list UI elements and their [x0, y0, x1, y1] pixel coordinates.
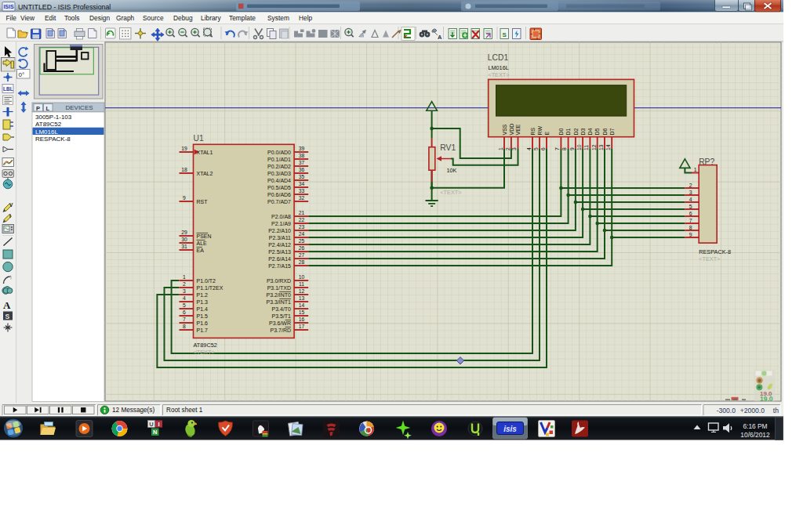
svg-text:P0.6/AD6: P0.6/AD6 — [267, 192, 291, 197]
svg-text:P3.4/T0: P3.4/T0 — [271, 306, 291, 312]
svg-text:13: 13 — [299, 295, 305, 301]
svg-text:P3.6/WR: P3.6/WR — [269, 320, 291, 326]
svg-text:D1: D1 — [565, 128, 571, 135]
svg-text:N: N — [153, 429, 157, 436]
svg-text:P2.4/A12: P2.4/A12 — [268, 242, 291, 248]
svg-text:5: 5 — [689, 204, 692, 209]
svg-text:RESPACK-8: RESPACK-8 — [35, 136, 71, 143]
svg-text:D4: D4 — [587, 128, 593, 135]
svg-text:32: 32 — [299, 195, 305, 201]
svg-text:Debug: Debug — [173, 14, 193, 22]
svg-text:31: 31 — [181, 244, 187, 249]
svg-text:25: 25 — [299, 238, 305, 244]
svg-text:19.0: 19.0 — [760, 395, 773, 403]
svg-text:<TEXT>: <TEXT> — [440, 189, 461, 196]
svg-text:P1.4: P1.4 — [197, 306, 209, 312]
svg-text:Design: Design — [89, 14, 110, 22]
svg-text:-300.0: -300.0 — [717, 407, 736, 414]
svg-text:23: 23 — [299, 224, 305, 230]
svg-text:8: 8 — [183, 324, 186, 329]
svg-text:P3.1/TXD: P3.1/TXD — [267, 285, 291, 291]
svg-text:P0.4/AD4: P0.4/AD4 — [267, 178, 291, 183]
svg-text:P: P — [36, 105, 40, 112]
svg-text:35: 35 — [299, 174, 305, 179]
svg-text:View: View — [20, 14, 35, 22]
svg-text:6:16 PM: 6:16 PM — [743, 422, 767, 430]
svg-text:5: 5 — [533, 147, 539, 150]
svg-text:E: E — [544, 132, 550, 136]
svg-text:30: 30 — [181, 237, 187, 242]
svg-text:12: 12 — [591, 144, 597, 150]
svg-text:17: 17 — [299, 324, 305, 329]
svg-text:RP?: RP? — [699, 157, 714, 166]
svg-text:DEVICES: DEVICES — [65, 104, 93, 111]
svg-text:3: 3 — [511, 147, 517, 150]
svg-text:1: 1 — [694, 167, 697, 172]
svg-text:38: 38 — [299, 153, 305, 158]
svg-text:19: 19 — [181, 146, 187, 151]
svg-text:Tools: Tools — [64, 14, 80, 22]
svg-text:RV1: RV1 — [440, 143, 456, 152]
svg-text:VSS: VSS — [502, 124, 507, 135]
svg-text:P0.1/AD1: P0.1/AD1 — [267, 157, 291, 162]
svg-text:7: 7 — [554, 147, 560, 150]
svg-text:P1.1/T2EX: P1.1/T2EX — [197, 285, 223, 291]
svg-text:P0.7/AD7: P0.7/AD7 — [267, 199, 291, 204]
svg-text:24: 24 — [299, 231, 305, 237]
svg-text:39: 39 — [299, 146, 305, 151]
svg-text:4: 4 — [689, 197, 692, 202]
svg-text:EA: EA — [197, 248, 205, 253]
svg-text:4: 4 — [526, 147, 532, 150]
svg-text:D6: D6 — [602, 128, 608, 135]
svg-text:Root sheet 1: Root sheet 1 — [166, 407, 203, 414]
svg-text:<TEXT>: <TEXT> — [488, 71, 509, 78]
svg-text:27: 27 — [299, 252, 305, 258]
svg-text:2: 2 — [505, 147, 511, 150]
svg-text:LBL: LBL — [3, 86, 13, 92]
svg-text:P1.2: P1.2 — [197, 292, 209, 298]
svg-text:10: 10 — [299, 274, 305, 280]
svg-text:th: th — [773, 407, 779, 414]
svg-text:D0: D0 — [558, 128, 564, 135]
svg-text:A: A — [438, 34, 442, 41]
svg-text:P1.3: P1.3 — [197, 299, 209, 305]
svg-text:File: File — [6, 14, 17, 22]
svg-text:AT89C52: AT89C52 — [35, 121, 62, 128]
svg-text:I: I — [158, 421, 159, 428]
svg-text:9: 9 — [183, 195, 186, 201]
svg-text:4: 4 — [183, 295, 186, 301]
svg-text:VEE: VEE — [515, 124, 521, 135]
svg-text:12: 12 — [299, 288, 305, 294]
svg-text:6: 6 — [183, 309, 186, 315]
svg-text:V: V — [9, 202, 13, 208]
svg-text:10/6/2012: 10/6/2012 — [740, 431, 770, 439]
svg-text:LCD1: LCD1 — [488, 53, 509, 62]
svg-text:P2.2/A10: P2.2/A10 — [268, 228, 291, 233]
svg-text:16: 16 — [299, 317, 305, 322]
svg-text:RESPACK-8: RESPACK-8 — [699, 248, 731, 255]
svg-text:XTAL2: XTAL2 — [197, 171, 213, 176]
svg-text:<TEXT>: <TEXT> — [194, 349, 215, 356]
svg-text:Source: Source — [143, 14, 164, 22]
svg-text:2: 2 — [183, 281, 186, 287]
svg-text:14: 14 — [605, 144, 611, 150]
svg-text:34: 34 — [299, 181, 305, 186]
svg-text:Help: Help — [299, 14, 313, 22]
svg-text:S: S — [503, 31, 507, 38]
svg-text:D7: D7 — [609, 128, 615, 135]
svg-text:8: 8 — [561, 147, 567, 150]
svg-text:S: S — [5, 313, 10, 320]
svg-text:3005P-1-103: 3005P-1-103 — [35, 114, 72, 121]
svg-text:XTAL1: XTAL1 — [197, 150, 213, 155]
svg-text:12 Message(s): 12 Message(s) — [112, 407, 154, 414]
svg-text:D3: D3 — [580, 128, 586, 135]
svg-text:2: 2 — [689, 183, 692, 188]
svg-text:22: 22 — [299, 217, 305, 223]
svg-text:U: U — [149, 421, 153, 428]
svg-text:<TEXT>: <TEXT> — [699, 255, 720, 262]
svg-text:11: 11 — [299, 281, 304, 287]
svg-text:ISIS: ISIS — [3, 4, 14, 9]
svg-text:AT89C52: AT89C52 — [194, 342, 217, 349]
svg-text:P2.3/A11: P2.3/A11 — [269, 235, 291, 241]
svg-text:D2: D2 — [573, 128, 579, 135]
